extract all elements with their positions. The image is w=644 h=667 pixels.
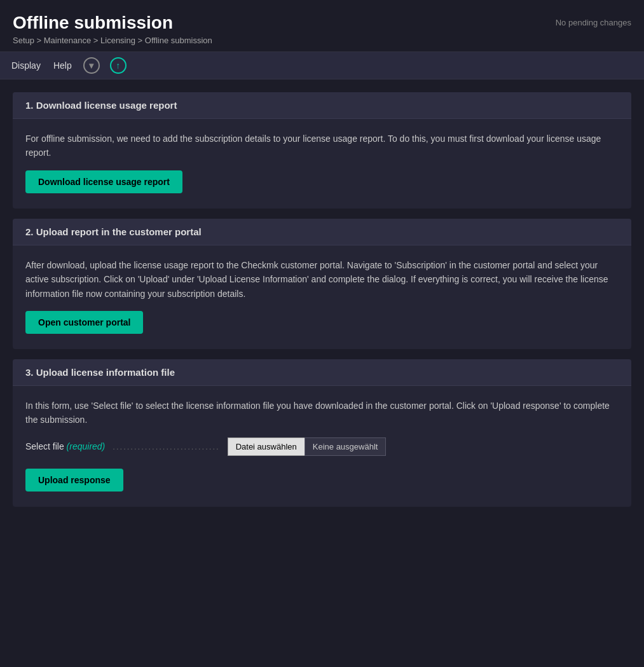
section-download: 1. Download license usage report For off… xyxy=(13,92,631,209)
section-upload-portal-header: 2. Upload report in the customer portal xyxy=(13,219,631,245)
toolbar: Display Help ▾ ↑ xyxy=(0,52,644,79)
page-title: Offline submission xyxy=(13,13,212,33)
section-download-body: For offline submission, we need to add t… xyxy=(13,119,631,209)
file-choose-button[interactable]: Datei auswählen xyxy=(228,437,305,456)
chevron-down-symbol: ▾ xyxy=(89,60,93,71)
help-button[interactable]: Help xyxy=(52,58,73,73)
section-upload-file-text: In this form, use 'Select file' to selec… xyxy=(25,399,619,427)
file-input-row: Select file (required) .................… xyxy=(25,437,619,456)
file-label: Select file (required) xyxy=(25,441,105,451)
upload-symbol: ↑ xyxy=(116,60,120,71)
section-upload-file-body: In this form, use 'Select file' to selec… xyxy=(13,386,631,507)
open-customer-portal-button[interactable]: Open customer portal xyxy=(25,311,143,334)
pending-status: No pending changes xyxy=(556,18,631,27)
page-header: Offline submission Setup > Maintenance >… xyxy=(0,0,644,52)
header-left: Offline submission Setup > Maintenance >… xyxy=(13,13,212,45)
section-upload-portal: 2. Upload report in the customer portal … xyxy=(13,219,631,349)
download-license-report-button[interactable]: Download license usage report xyxy=(25,170,182,193)
file-no-selected-label: Keine ausgewählt xyxy=(305,437,387,456)
select-file-text: Select file xyxy=(25,441,64,451)
main-content: 1. Download license usage report For off… xyxy=(0,79,644,530)
section-download-text: For offline submission, we need to add t… xyxy=(25,132,619,160)
file-dots: .............................. xyxy=(113,442,219,451)
page-wrapper: Offline submission Setup > Maintenance >… xyxy=(0,0,644,667)
file-required-text: (required) xyxy=(67,441,106,451)
upload-icon[interactable]: ↑ xyxy=(110,57,127,74)
section-upload-portal-text: After download, upload the license usage… xyxy=(25,258,619,301)
section-download-header: 1. Download license usage report xyxy=(13,92,631,119)
breadcrumb: Setup > Maintenance > Licensing > Offlin… xyxy=(13,36,212,45)
upload-response-button[interactable]: Upload response xyxy=(25,469,123,492)
file-input-wrapper: Datei auswählen Keine ausgewählt xyxy=(228,437,387,456)
chevron-down-icon[interactable]: ▾ xyxy=(83,57,100,74)
section-upload-file-header: 3. Upload license information file xyxy=(13,359,631,386)
section-upload-file: 3. Upload license information file In th… xyxy=(13,359,631,507)
display-button[interactable]: Display xyxy=(10,58,42,73)
section-upload-portal-body: After download, upload the license usage… xyxy=(13,245,631,349)
